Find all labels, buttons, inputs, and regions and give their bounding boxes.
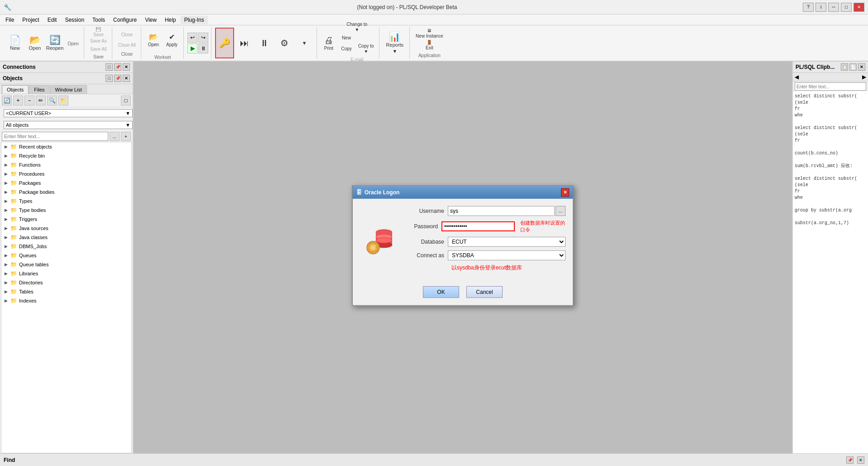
save-all-button[interactable]: Save All (88, 45, 109, 53)
close-btn[interactable]: ✕ (854, 3, 864, 12)
open-button[interactable]: 📂 Open (25, 28, 44, 58)
tree-item[interactable]: ▶ 📁 Packages (1, 178, 131, 187)
connections-close-btn[interactable]: ✕ (123, 63, 130, 71)
tab-objects[interactable]: Objects (2, 85, 29, 94)
minimize-btn[interactable]: ─ (828, 3, 839, 12)
toggle-panel-btn[interactable]: □ (121, 96, 131, 106)
clipboard-filter-input[interactable] (795, 82, 866, 91)
clip-close-btn[interactable]: ✕ (858, 63, 865, 71)
password-input[interactable] (441, 221, 515, 231)
tree-item[interactable]: ▶ 📁 Functions (1, 160, 131, 169)
folder-icon: 📁 (10, 261, 17, 268)
save-button[interactable]: 💾 Save (90, 27, 107, 37)
menu-edit[interactable]: Edit (44, 16, 61, 24)
refresh-btn[interactable]: 🔄 (2, 96, 12, 106)
help-btn[interactable]: ? (803, 3, 814, 12)
debug-button[interactable]: ⏸ (198, 43, 208, 53)
folder-obj-btn[interactable]: 📁 (58, 96, 68, 106)
key-button[interactable]: 🔑 (215, 28, 234, 58)
undo-button[interactable]: ↩ (187, 33, 197, 43)
connections-pin-btn[interactable]: 📌 (114, 63, 121, 71)
settings-button[interactable]: ⚙ (275, 28, 294, 58)
tree-item[interactable]: ▶ 📁 Java sources (1, 224, 131, 233)
tree-item[interactable]: ▶ 📁 Indexes (1, 296, 131, 305)
doc-new-button[interactable]: New (338, 33, 355, 43)
filter-input[interactable] (2, 132, 108, 141)
tree-item[interactable]: ▶ 📁 Types (1, 197, 131, 206)
add-obj-btn[interactable]: + (13, 96, 23, 106)
tab-files[interactable]: Files (29, 85, 49, 94)
reports-button[interactable]: 📊 Reports ▼ (383, 28, 407, 58)
clip-line (795, 214, 866, 220)
connect-as-select[interactable]: SYSDBA SYSOPER Normal (448, 250, 566, 260)
filter-more-btn[interactable]: ... (110, 132, 120, 141)
change-to-button[interactable]: Change to ▼ (338, 22, 376, 32)
tree-item[interactable]: ▶ 📁 Queues (1, 251, 131, 260)
print-button[interactable]: 🖨 Print (321, 29, 337, 57)
clip-scroll-left[interactable]: ◀ (795, 74, 799, 80)
tree-item[interactable]: ▶ 📁 Type bodies (1, 206, 131, 215)
objects-pin-btn[interactable]: 📌 (114, 75, 121, 82)
filter-add-btn[interactable]: + (121, 132, 131, 141)
tree-item[interactable]: ▶ 📁 Java classes (1, 233, 131, 242)
ok-button[interactable]: OK (423, 286, 459, 298)
tree-item[interactable]: ▶ 📁 Recycle bin (1, 151, 131, 160)
tree-item[interactable]: ▶ 📁 Package bodies (1, 187, 131, 197)
menu-tools[interactable]: Tools (89, 16, 109, 24)
menu-view[interactable]: View (141, 16, 160, 24)
tree-item[interactable]: ▶ 📁 Libraries (1, 269, 131, 278)
step-button[interactable]: ⏭ (235, 28, 254, 58)
clip-copy-btn[interactable]: 📋 (841, 63, 848, 71)
tree-item[interactable]: ▶ 📁 Directories (1, 278, 131, 287)
objects-expand-btn[interactable]: □ (106, 75, 113, 82)
menu-project[interactable]: Project (19, 16, 43, 24)
tree-item[interactable]: ▶ 📁 Queue tables (1, 260, 131, 269)
close-button[interactable]: Close (118, 30, 135, 40)
connections-expand-btn[interactable]: □ (106, 63, 113, 71)
filter-dropdown[interactable]: All objects ▼ (4, 121, 133, 129)
dialog-close-btn[interactable]: ✕ (561, 188, 569, 196)
close-all-button[interactable]: Close All (116, 40, 138, 50)
new-button[interactable]: 📄 New (5, 28, 24, 58)
info-btn[interactable]: i (815, 3, 826, 12)
pause-step-button[interactable]: ⏸ (255, 28, 274, 58)
filter-obj-btn[interactable]: 🔍 (47, 96, 57, 106)
clip-scroll-right[interactable]: ▶ (862, 74, 866, 80)
cancel-button[interactable]: Cancel (466, 286, 503, 298)
more-button[interactable]: ▼ (295, 28, 314, 58)
tree-item[interactable]: ▶ 📁 Triggers (1, 215, 131, 224)
tab-window-list[interactable]: Window List (50, 85, 87, 94)
menu-help[interactable]: Help (161, 16, 180, 24)
maximize-btn[interactable]: □ (841, 3, 852, 12)
database-select[interactable]: ECUT (448, 236, 566, 246)
tree-item[interactable]: ▶ 📁 Procedures (1, 169, 131, 178)
exit-button[interactable]: 🚪 Exit (421, 40, 438, 50)
edit-obj-btn[interactable]: ✏ (36, 96, 46, 106)
reopen-button[interactable]: 🔄 Reopen (45, 28, 64, 58)
copy-to-button[interactable]: Copy to ▼ (356, 43, 376, 53)
find-close-btn[interactable]: ✕ (857, 456, 864, 464)
apply-button[interactable]: ✔ Apply (163, 26, 181, 53)
objects-close-btn[interactable]: ✕ (123, 75, 130, 82)
tree-item[interactable]: ▶ 📁 Recent objects (1, 142, 131, 151)
tree-item[interactable]: ▶ 📁 DBMS_Jobs (1, 242, 131, 251)
new-instance-button[interactable]: 🖥 New Instance (413, 29, 446, 38)
menu-plugins[interactable]: Plug-Ins (181, 16, 208, 24)
run-button[interactable]: ▶ (187, 43, 197, 53)
save-as-button[interactable]: Save As (88, 37, 109, 45)
filter-container: All objects ▼ (0, 119, 133, 131)
copy-button[interactable]: Copy (338, 43, 355, 53)
menu-file[interactable]: File (2, 16, 18, 24)
remove-obj-btn[interactable]: − (24, 96, 34, 106)
menu-configure[interactable]: Configure (110, 16, 140, 24)
clipboard-header: PL/SQL Clipb... 📋 📄 ✕ (793, 62, 868, 73)
clip-paste-btn[interactable]: 📄 (849, 63, 857, 71)
workset-open-button[interactable]: 📂 Open (145, 26, 162, 53)
schema-dropdown[interactable]: <CURRENT USER> ▼ (4, 109, 133, 117)
username-browse-btn[interactable]: ... (556, 206, 566, 216)
redo-button[interactable]: ↪ (198, 33, 208, 43)
find-pin-btn[interactable]: 📌 (846, 456, 854, 464)
menu-session[interactable]: Session (61, 16, 88, 24)
username-input[interactable] (448, 206, 555, 216)
tree-item[interactable]: ▶ 📁 Tables (1, 287, 131, 296)
